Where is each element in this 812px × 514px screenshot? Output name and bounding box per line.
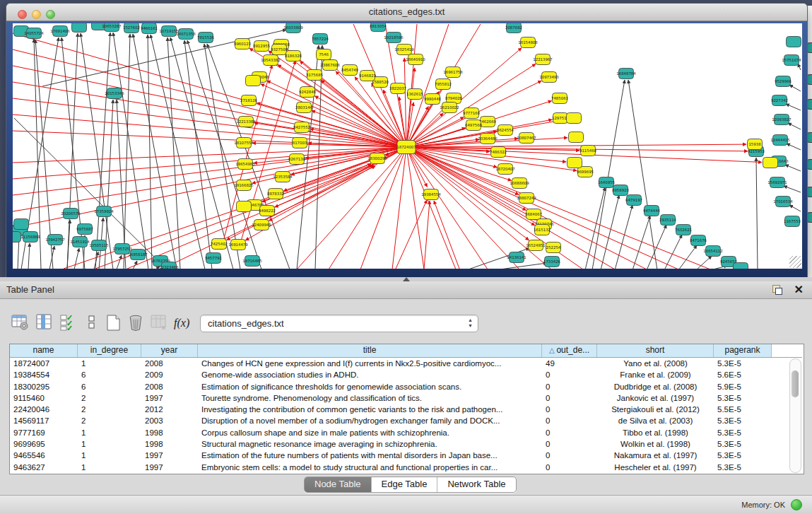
table-row[interactable]: 1872400712008Changes of HCN gene express… <box>10 358 802 369</box>
table-row[interactable]: 946362711997Embryonic stem cells: a mode… <box>10 462 802 473</box>
graph-node[interactable]: 16033809 <box>283 23 303 33</box>
graph-node[interactable]: 8186328 <box>285 51 302 62</box>
graph-node[interactable]: 1527602 <box>123 23 140 33</box>
graph-node[interactable]: 17691406 <box>50 26 70 37</box>
graph-node[interactable]: 14136141 <box>507 252 526 263</box>
graph-node[interactable]: 9498222 <box>259 206 276 216</box>
graph-node[interactable]: 19384554 <box>421 189 441 200</box>
graph-node[interactable]: 16961758 <box>443 67 463 78</box>
graph-node[interactable]: 19654985 <box>235 159 254 170</box>
graph-node[interactable]: 9457791 <box>205 253 222 264</box>
column-header-title[interactable]: title <box>198 344 542 357</box>
new-column-icon[interactable] <box>105 314 124 334</box>
table-row[interactable]: 969969511998Structural magnetic resonanc… <box>10 438 802 450</box>
graph-node[interactable]: 10653287 <box>102 23 121 32</box>
graph-node[interactable]: 9146821 <box>359 71 376 81</box>
graph-node[interactable]: 16154808 <box>518 37 538 48</box>
graph-node[interactable]: 2935114 <box>659 215 677 226</box>
table-row[interactable]: 911546021997Tourette syndrome. Phenomeno… <box>10 392 802 404</box>
graph-node[interactable]: 9975887 <box>76 224 93 235</box>
graph-node[interactable]: 9242848 <box>299 87 317 98</box>
graph-node[interactable] <box>569 132 584 143</box>
graph-node[interactable] <box>763 158 778 168</box>
table-row[interactable]: 977716911998Corpus callosum shape and si… <box>10 427 802 438</box>
row-selection-icon[interactable]: ✓✓✓ <box>59 314 79 334</box>
graph-node[interactable]: 14671358 <box>176 29 196 40</box>
graph-node[interactable]: 20206576 <box>61 209 81 219</box>
graph-node[interactable]: 3822037 <box>389 83 406 94</box>
column-header-pagerank[interactable]: pagerank <box>714 344 772 357</box>
graph-node[interactable]: 14055724 <box>24 28 44 39</box>
graph-node[interactable] <box>237 201 252 212</box>
column-header-in_degree[interactable]: in_degree <box>78 344 141 357</box>
graph-node[interactable] <box>787 37 801 47</box>
graph-node[interactable]: 3175685 <box>306 70 323 81</box>
graph-node[interactable]: 16914479 <box>228 240 248 250</box>
graph-node[interactable]: 6497568 <box>465 120 483 131</box>
graph-node[interactable]: 17016534 <box>773 197 793 207</box>
graph-node[interactable]: 10973493 <box>539 72 558 83</box>
graph-node[interactable]: 7632621 <box>675 225 692 235</box>
table-row[interactable]: 946554611997Estimation of the future num… <box>10 450 802 461</box>
graph-node[interactable]: 16848784 <box>616 69 636 79</box>
delete-column-icon[interactable] <box>127 314 147 334</box>
graph-node[interactable]: 8267130 <box>288 154 306 165</box>
graph-node[interactable]: 18807249 <box>517 193 536 204</box>
graph-node[interactable] <box>72 23 87 33</box>
table-scrollbar[interactable] <box>789 358 801 473</box>
graph-node[interactable] <box>567 158 582 168</box>
graph-node[interactable]: 9474444 <box>643 206 661 216</box>
graph-node[interactable]: 1615132 <box>534 225 551 235</box>
graph-node[interactable]: 18325419 <box>394 45 414 55</box>
table-row[interactable]: 1456911722003Disruption of a novel membe… <box>10 415 802 426</box>
graph-node[interactable]: 3624554 <box>497 125 514 136</box>
graph-node[interactable]: 9227342 <box>771 95 788 106</box>
graph-node[interactable] <box>567 113 582 124</box>
graph-node[interactable]: 7425402 <box>211 239 228 250</box>
graph-node[interactable]: 9115460 <box>579 146 597 156</box>
column-visibility-icon[interactable] <box>35 314 55 334</box>
graph-node[interactable] <box>734 263 748 269</box>
network-table-select[interactable]: citations_edges.txt ▲▼ <box>200 315 478 332</box>
graph-node[interactable]: 15938 <box>748 139 763 150</box>
close-panel-icon[interactable]: ✕ <box>794 284 804 296</box>
graph-node[interactable] <box>14 219 29 230</box>
column-header-year[interactable]: year <box>141 344 198 357</box>
graph-node[interactable]: 18724007 <box>396 141 416 154</box>
graph-node[interactable]: 8878332 <box>267 189 284 199</box>
graph-node[interactable]: 1362615 <box>406 89 423 100</box>
column-header-out_de[interactable]: △ out_de... <box>542 344 597 357</box>
split-panel-icon[interactable] <box>83 314 103 334</box>
graph-node[interactable]: 817003 <box>293 138 307 148</box>
column-header-name[interactable]: name <box>10 344 78 357</box>
graph-node[interactable]: 19716485 <box>242 256 261 267</box>
graph-node[interactable]: 10543382 <box>261 55 280 66</box>
graph-node[interactable]: 252254 <box>546 243 561 253</box>
graph-node[interactable]: 1167553 <box>784 216 801 227</box>
graph-node[interactable]: 8958923 <box>612 185 629 196</box>
graph-node[interactable]: 8454749 <box>341 65 359 76</box>
table-row[interactable]: 1830029562008Estimation of significance … <box>10 381 802 392</box>
memory-status-indicator[interactable] <box>791 499 802 510</box>
graph-node[interactable]: 12213383 <box>236 117 255 127</box>
graph-node[interactable]: 7815526 <box>197 33 215 43</box>
table-row[interactable]: 2242004622012Investigating the contribut… <box>10 404 802 415</box>
graph-node[interactable]: 2803144 <box>295 103 313 113</box>
graph-node[interactable]: 10807467 <box>517 133 536 144</box>
graph-node[interactable]: 2718126 <box>240 95 258 106</box>
graph-node[interactable]: 9466161 <box>141 23 158 34</box>
graph-node[interactable]: 9990448 <box>424 94 442 105</box>
graph-node[interactable]: 8960123 <box>234 39 251 49</box>
graph-node[interactable] <box>13 232 21 243</box>
graph-node[interactable]: 11451914 <box>70 237 90 247</box>
graph-node[interactable]: 18640910 <box>406 54 425 65</box>
table-row[interactable]: 1938455462009Genome-wide association stu… <box>10 369 802 380</box>
graph-node[interactable]: 13505115 <box>89 240 108 251</box>
graph-node[interactable]: 15692971 <box>767 177 787 188</box>
graph-node[interactable]: 17359924 <box>94 206 114 217</box>
graph-node[interactable]: 20153346 <box>105 88 124 99</box>
float-panel-icon[interactable] <box>772 285 782 295</box>
graph-node[interactable]: 16524851 <box>526 240 545 251</box>
graph-node[interactable]: 19218596 <box>384 33 404 43</box>
graph-node[interactable]: 10688609 <box>510 178 529 189</box>
